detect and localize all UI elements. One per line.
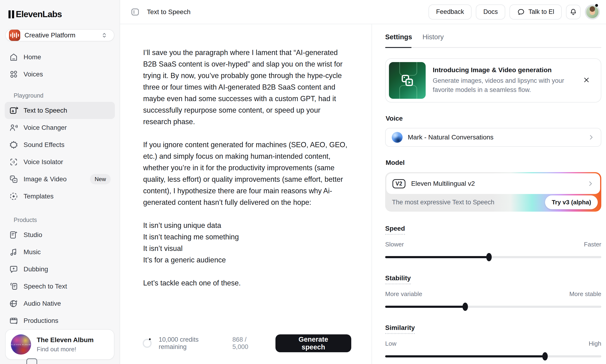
- chevron-updown-icon: [101, 32, 108, 39]
- elevenlabs-logo-icon: [9, 10, 14, 18]
- try-v3-button[interactable]: Try v3 (alpha): [545, 195, 598, 209]
- sidebar-item-text-to-speech[interactable]: a Text to Speech: [5, 102, 115, 119]
- home-icon: [9, 52, 18, 62]
- feedback-button[interactable]: Feedback: [428, 4, 472, 20]
- speed-slider-knob[interactable]: [486, 253, 492, 261]
- voice-changer-icon: [9, 123, 18, 132]
- docs-button[interactable]: Docs: [476, 4, 506, 20]
- sidebar-item-label: Studio: [24, 231, 42, 239]
- sidebar-item-label: Voice Isolator: [24, 158, 63, 166]
- model-tagline: The most expressive Text to Speech: [392, 199, 495, 206]
- sidebar-item-studio[interactable]: Studio: [5, 226, 115, 243]
- promo-card-body: Generate images, videos and lipsync with…: [433, 76, 565, 94]
- image-video-promo-tile: [389, 62, 426, 99]
- speed-slider[interactable]: [385, 253, 601, 261]
- sidebar-item-label: Image & Video: [24, 175, 67, 183]
- topbar: Text to Speech Feedback Docs Talk to El: [120, 0, 606, 24]
- clipped-sidebar-icon: [26, 358, 37, 364]
- eleven-album-promo[interactable]: ELEVEN ALBUM The Eleven Album Find out m…: [5, 329, 114, 360]
- sidebar-item-templates[interactable]: Templates: [5, 188, 115, 205]
- sidebar-item-label: Productions: [24, 317, 58, 325]
- sidebar-item-home[interactable]: Home: [5, 48, 115, 65]
- stability-min-label: More variable: [385, 290, 422, 298]
- workspace-switcher[interactable]: Creative Platform: [5, 29, 114, 41]
- audio-native-icon: [9, 299, 18, 308]
- chevron-right-icon: [587, 180, 594, 187]
- workspace-name: Creative Platform: [25, 31, 96, 39]
- album-art: ELEVEN ALBUM: [11, 334, 31, 355]
- stability-slider-group: Stability More variable More stable: [385, 274, 601, 311]
- studio-icon: [9, 230, 18, 240]
- voice-selector[interactable]: Mark - Natural Conversations: [385, 128, 601, 147]
- voice-value: Mark - Natural Conversations: [408, 134, 582, 141]
- panel-tabs: Settings History: [385, 33, 601, 47]
- editor-paragraph: I’ll save you the paragraph where I lame…: [143, 47, 350, 128]
- sidebar-item-voices[interactable]: Voices: [5, 65, 115, 83]
- sidebar-item-dubbing[interactable]: Dubbing: [5, 260, 115, 278]
- model-value: Eleven Multilingual v2: [411, 180, 581, 187]
- sidebar-item-label: Voices: [24, 71, 43, 78]
- model-selector[interactable]: V2 Eleven Multilingual v2: [386, 173, 600, 194]
- stability-slider-knob[interactable]: [462, 303, 468, 311]
- close-icon[interactable]: [580, 74, 592, 87]
- generate-speech-button[interactable]: Generate speech: [275, 334, 351, 352]
- sidebar-item-voice-changer[interactable]: Voice Changer: [5, 119, 115, 136]
- similarity-max-label: High: [589, 340, 601, 347]
- sidebar-item-label: Voice Changer: [24, 124, 67, 131]
- voice-avatar: [392, 132, 403, 143]
- section-label-products: Products: [14, 217, 115, 223]
- section-label-playground: Playground: [14, 92, 115, 99]
- sidebar-item-label: Speech to Text: [24, 283, 67, 290]
- model-gradient-wrap: V2 Eleven Multilingual v2 The most expre…: [385, 172, 601, 212]
- sidebar-item-label: Home: [24, 53, 41, 61]
- user-avatar[interactable]: [585, 4, 600, 20]
- credits-remaining: 10,000 credits remaining: [159, 336, 227, 351]
- creative-platform-icon: [9, 30, 20, 41]
- sound-effects-icon: [9, 140, 18, 150]
- templates-icon: [9, 192, 18, 201]
- chat-bubble-icon: [517, 8, 525, 16]
- editor-footer: 10,000 credits remaining 868 / 5,000 Gen…: [120, 332, 372, 364]
- dubbing-icon: [9, 264, 18, 274]
- speed-min-label: Slower: [385, 241, 404, 248]
- sidebar-nav: Home Voices Playground a Text to Speech: [0, 41, 120, 329]
- similarity-slider[interactable]: [385, 352, 601, 361]
- voices-icon: [9, 70, 18, 79]
- content-row: I’ll save you the paragraph where I lame…: [120, 24, 606, 364]
- character-counter: 868 / 5,000: [232, 336, 264, 351]
- similarity-label: Similarity: [385, 324, 415, 334]
- model-label: Model: [386, 159, 601, 167]
- sidebar-item-music[interactable]: Music: [5, 243, 115, 260]
- stability-slider[interactable]: [385, 302, 601, 311]
- sidebar-item-audio-native[interactable]: Audio Native: [5, 295, 115, 312]
- editor-text[interactable]: I’ll save you the paragraph where I lame…: [120, 24, 372, 332]
- sidebar-item-speech-to-text[interactable]: Speech to Text: [5, 278, 115, 295]
- sidebar-item-label: Text to Speech: [24, 107, 67, 114]
- editor-paragraph: If you ignore content generated for mach…: [143, 139, 350, 208]
- sidebar-item-sound-effects[interactable]: Sound Effects: [5, 136, 115, 153]
- speed-max-label: Faster: [584, 241, 601, 248]
- sidebar-item-image-video[interactable]: Image & Video New: [5, 170, 115, 188]
- page-title: Text to Speech: [147, 8, 191, 16]
- promo-title: The Eleven Album: [37, 336, 94, 344]
- tab-settings[interactable]: Settings: [385, 33, 412, 47]
- editor-paragraph: It isn’t using unique data It isn’t teac…: [143, 220, 350, 266]
- similarity-slider-knob[interactable]: [542, 352, 548, 361]
- image-video-icon: [9, 174, 18, 184]
- talk-to-el-button[interactable]: Talk to El: [510, 4, 562, 20]
- sidebar-item-label: Sound Effects: [24, 141, 65, 149]
- notifications-button[interactable]: [566, 5, 580, 19]
- topbar-actions: Feedback Docs Talk to El: [428, 4, 600, 20]
- sidebar-item-label: Dubbing: [24, 265, 48, 273]
- editor: I’ll save you the paragraph where I lame…: [120, 24, 372, 364]
- sidebar-item-voice-isolator[interactable]: Voice Isolator: [5, 153, 115, 170]
- model-caption: The most expressive Text to Speech Try v…: [386, 194, 600, 210]
- sidebar-item-productions[interactable]: Productions: [5, 312, 115, 329]
- tab-history[interactable]: History: [422, 33, 443, 47]
- speed-slider-group: Speed Slower Faster: [385, 225, 601, 261]
- tab-underline: [385, 47, 601, 48]
- voice-isolator-icon: [9, 157, 18, 167]
- sidebar-toggle-button[interactable]: [129, 5, 142, 19]
- promo-subtitle: Find out more!: [37, 346, 94, 353]
- brand-logo[interactable]: ElevenLabs: [9, 9, 120, 19]
